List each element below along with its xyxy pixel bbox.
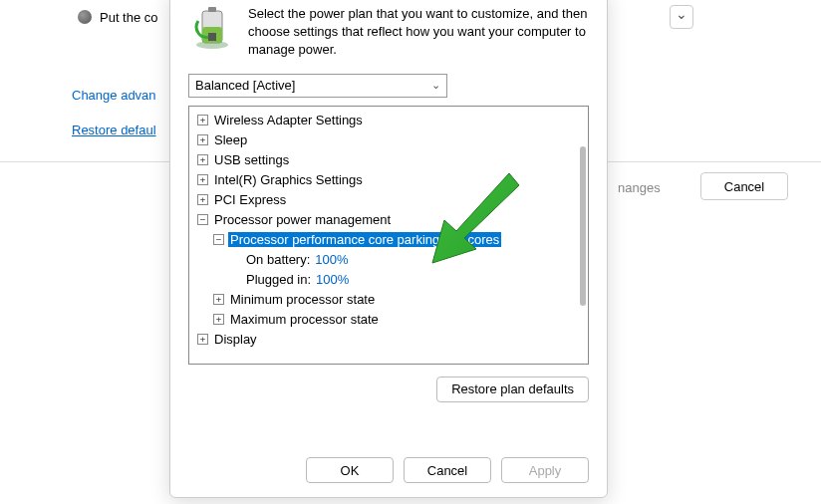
restore-plan-defaults-button[interactable]: Restore plan defaults bbox=[436, 377, 589, 402]
battery-icon bbox=[188, 3, 236, 51]
ok-button[interactable]: OK bbox=[306, 457, 394, 483]
tree-item-plugged-in[interactable]: Plugged in:100% bbox=[191, 270, 586, 290]
tree-item-usb[interactable]: +USB settings bbox=[191, 150, 586, 170]
apply-button[interactable]: Apply bbox=[501, 457, 589, 483]
divider bbox=[0, 161, 169, 162]
power-plan-value: Balanced [Active] bbox=[195, 78, 295, 93]
expand-icon[interactable]: + bbox=[197, 134, 208, 145]
collapse-icon[interactable]: − bbox=[213, 234, 224, 245]
tree-item-pci-express[interactable]: +PCI Express bbox=[191, 190, 586, 210]
tree-item-core-parking[interactable]: −Processor performance core parking min … bbox=[191, 230, 586, 250]
settings-tree[interactable]: +Wireless Adapter Settings +Sleep +USB s… bbox=[188, 106, 589, 365]
bg-cancel-button[interactable]: Cancel bbox=[700, 172, 788, 200]
expand-icon[interactable]: + bbox=[197, 174, 208, 185]
dialog-description: Select the power plan that you want to c… bbox=[248, 3, 589, 60]
svg-rect-4 bbox=[208, 33, 216, 41]
tree-item-processor-mgmt[interactable]: −Processor power management bbox=[191, 210, 586, 230]
plugged-in-value[interactable]: 100% bbox=[316, 272, 349, 287]
scrollbar-thumb[interactable] bbox=[580, 146, 586, 306]
change-advanced-link[interactable]: Change advan bbox=[72, 88, 156, 103]
collapse-icon[interactable]: − bbox=[197, 214, 208, 225]
tree-item-display[interactable]: +Display bbox=[191, 330, 586, 350]
expand-icon[interactable]: + bbox=[197, 115, 208, 126]
tree-item-min-processor[interactable]: +Minimum processor state bbox=[191, 290, 586, 310]
tree-item-intel-graphics[interactable]: +Intel(R) Graphics Settings bbox=[191, 170, 586, 190]
chevron-down-icon: ⌄ bbox=[431, 79, 440, 92]
svg-rect-3 bbox=[208, 7, 216, 12]
bg-dropdown[interactable] bbox=[670, 5, 693, 29]
bg-put-text: Put the co bbox=[100, 10, 158, 25]
on-battery-value[interactable]: 100% bbox=[315, 252, 348, 267]
power-plan-select[interactable]: Balanced [Active] ⌄ bbox=[188, 74, 447, 98]
tree-item-wireless[interactable]: +Wireless Adapter Settings bbox=[191, 111, 586, 130]
tree-item-max-processor[interactable]: +Maximum processor state bbox=[191, 310, 586, 330]
sleep-bullet-icon bbox=[78, 10, 92, 24]
expand-icon[interactable]: + bbox=[213, 314, 224, 325]
tree-item-on-battery[interactable]: On battery:100% bbox=[191, 250, 586, 270]
expand-icon[interactable]: + bbox=[197, 334, 208, 345]
tree-item-sleep[interactable]: +Sleep bbox=[191, 130, 586, 150]
chevron-down-icon bbox=[676, 9, 687, 25]
expand-icon[interactable]: + bbox=[213, 294, 224, 305]
advanced-power-settings-dialog: Select the power plan that you want to c… bbox=[169, 0, 608, 498]
restore-defaults-link[interactable]: Restore defaul bbox=[72, 123, 156, 137]
bg-save-changes-partial: nanges bbox=[618, 180, 661, 195]
expand-icon[interactable]: + bbox=[197, 154, 208, 165]
cancel-button[interactable]: Cancel bbox=[404, 457, 491, 483]
divider bbox=[608, 161, 821, 162]
expand-icon[interactable]: + bbox=[197, 194, 208, 205]
